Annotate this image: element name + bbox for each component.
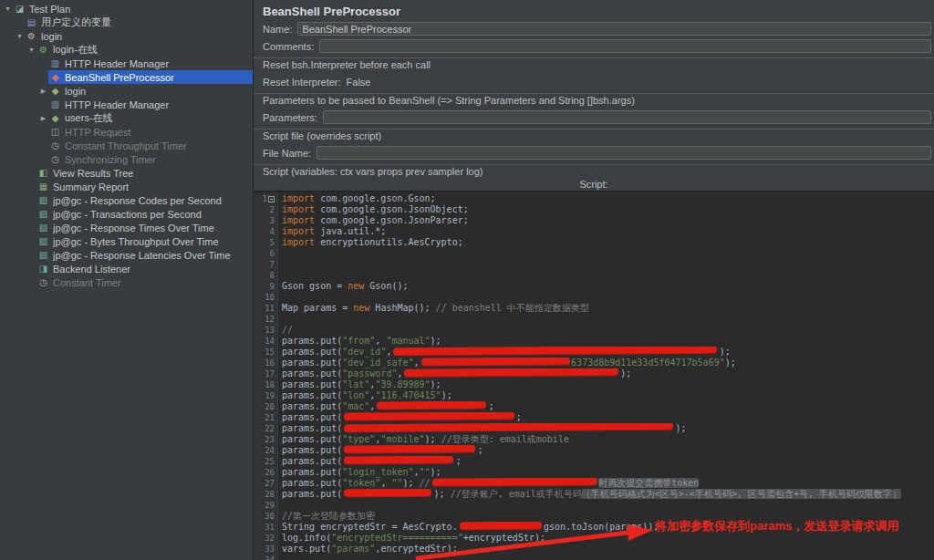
sampler-icon bbox=[49, 112, 61, 124]
code-token: 时再次提交需携带token bbox=[598, 478, 699, 488]
tree-item-main[interactable]: HTTP Request bbox=[48, 125, 253, 139]
script-label: Script: bbox=[254, 179, 934, 189]
tree-item[interactable]: ▼Test Plan bbox=[0, 2, 253, 16]
http-request-icon bbox=[49, 126, 61, 138]
code-token: "password" bbox=[342, 368, 397, 379]
code-line: 17params.put("password",); bbox=[254, 368, 934, 379]
tree-item-main[interactable]: users-在线 bbox=[48, 111, 253, 125]
collapse-arrow-icon[interactable]: ▼ bbox=[3, 5, 13, 12]
tree-item[interactable]: jp@gc - Transactions per Second bbox=[0, 207, 253, 221]
code-line: 18params.put("lat","39.89989"); bbox=[254, 379, 934, 390]
tree-item[interactable]: ▼login bbox=[0, 29, 253, 43]
tree-item-main[interactable]: Backend Listener bbox=[36, 262, 253, 275]
tree-item-main[interactable]: Constant Throughput Timer bbox=[48, 139, 253, 152]
tree-item[interactable]: Constant Throughput Timer bbox=[0, 139, 253, 152]
tree-item-main[interactable]: jp@gc - Response Times Over Time bbox=[36, 221, 253, 234]
tree-item[interactable]: 用户定义的变量 bbox=[0, 16, 253, 29]
tree-item[interactable]: jp@gc - Response Codes per Second bbox=[0, 193, 253, 207]
code-token: Gson gson = bbox=[282, 281, 348, 291]
tree-item[interactable]: HTTP Header Manager bbox=[0, 57, 253, 70]
tree-item-label: View Results Tree bbox=[53, 168, 133, 179]
code-line: 15params.put("dev_id",); bbox=[254, 347, 934, 358]
collapse-arrow-icon[interactable]: ▼ bbox=[15, 33, 25, 39]
tree-item[interactable]: Backend Listener bbox=[0, 262, 253, 275]
tree-item[interactable]: jp@gc - Response Times Over Time bbox=[0, 221, 253, 234]
tree-item-main[interactable]: HTTP Header Manager bbox=[48, 98, 253, 111]
tree-item-main[interactable]: login bbox=[25, 29, 253, 43]
code-token: new bbox=[348, 281, 364, 291]
tree-item-main[interactable]: jp@gc - Bytes Throughput Over Time bbox=[36, 234, 253, 248]
code-token: HashMap(); bbox=[369, 303, 435, 313]
fold-marker-icon[interactable] bbox=[268, 196, 275, 202]
code-token: （手机号码格式为<区号>-<手机号码>, 区号需包含+号, 手机号码仅限数字） bbox=[582, 489, 901, 499]
code-token: , bbox=[414, 358, 420, 368]
tree-item-main[interactable]: jp@gc - Response Latencies Over Time bbox=[36, 248, 253, 262]
code-token: gson.toJson(params)); bbox=[544, 522, 659, 532]
tree-item[interactable]: ▶login bbox=[0, 84, 253, 98]
line-number: 19 bbox=[265, 390, 275, 401]
tree-item-main[interactable]: BeanShell PreProcessor bbox=[48, 70, 253, 84]
tree-item-main[interactable]: View Results Tree bbox=[36, 166, 253, 180]
parameters-input[interactable] bbox=[323, 110, 931, 124]
script-editor[interactable]: 1import com.google.gson.Gson;2import com… bbox=[254, 191, 934, 560]
line-gutter: 27 bbox=[254, 478, 278, 489]
collapse-arrow-icon[interactable]: ▼ bbox=[26, 47, 36, 53]
line-gutter: 4 bbox=[254, 226, 278, 237]
parameters-row: Parameters: bbox=[263, 110, 931, 124]
tree-item-main[interactable]: jp@gc - Response Codes per Second bbox=[36, 193, 253, 207]
tree-item[interactable]: View Results Tree bbox=[0, 166, 253, 180]
tree-item-main[interactable]: HTTP Header Manager bbox=[48, 57, 253, 70]
code-token: "mobile" bbox=[380, 434, 424, 444]
line-number: 3 bbox=[270, 215, 275, 226]
line-number: 30 bbox=[265, 511, 275, 522]
code-line: 3import com.google.gson.JsonParser; bbox=[254, 215, 934, 226]
tree-item-label: BeanShell PreProcessor bbox=[65, 72, 174, 83]
tree-item-main[interactable]: Summary Report bbox=[36, 180, 253, 193]
tree-item-main[interactable]: Synchronizing Timer bbox=[48, 152, 253, 166]
tree-item[interactable]: HTTP Request bbox=[0, 125, 253, 139]
graph-icon bbox=[37, 249, 49, 261]
line-gutter: 14 bbox=[254, 336, 278, 347]
tree-item-main[interactable]: login bbox=[48, 84, 253, 98]
code-line: 32log.info("encryptedStr=========="+encr… bbox=[254, 533, 934, 544]
code-token: // bbox=[282, 325, 293, 335]
expand-arrow-icon[interactable]: ▶ bbox=[38, 115, 48, 122]
code-line: 10 bbox=[254, 292, 934, 303]
comments-input[interactable] bbox=[319, 39, 931, 53]
tree-item[interactable]: Synchronizing Timer bbox=[0, 152, 253, 166]
line-gutter: 10 bbox=[254, 292, 278, 303]
tree-item[interactable]: jp@gc - Bytes Throughput Over Time bbox=[0, 234, 253, 248]
tree-item-main[interactable]: Constant Timer bbox=[36, 275, 253, 289]
file-name-input[interactable] bbox=[317, 146, 931, 160]
line-gutter: 15 bbox=[254, 347, 278, 358]
redaction-scribble bbox=[344, 445, 475, 453]
script-file-section-title: Script file (overrides script) bbox=[263, 130, 934, 142]
code-token: "116.470415" bbox=[375, 390, 441, 400]
name-input[interactable] bbox=[297, 22, 931, 36]
tree-item[interactable]: BeanShell PreProcessor bbox=[0, 70, 253, 84]
tree-item[interactable]: Summary Report bbox=[0, 180, 253, 193]
tree-item[interactable]: ▶users-在线 bbox=[0, 111, 253, 125]
code-token: import bbox=[282, 226, 315, 236]
code-token: +encryptedStr); bbox=[463, 533, 545, 543]
tree-item[interactable]: jp@gc - Response Latencies Over Time bbox=[0, 248, 253, 262]
line-number: 9 bbox=[270, 281, 275, 292]
code-token: "dev_id_safe" bbox=[342, 358, 413, 368]
tree-item-main[interactable]: jp@gc - Transactions per Second bbox=[36, 207, 253, 221]
header-manager-icon bbox=[49, 99, 61, 110]
tree-item[interactable]: ▼login-在线 bbox=[0, 43, 253, 57]
code-token: "lat" bbox=[342, 379, 369, 389]
tree-item[interactable]: HTTP Header Manager bbox=[0, 98, 253, 111]
test-plan-tree[interactable]: ▼Test Plan用户定义的变量▼login▼login-在线HTTP Hea… bbox=[0, 0, 254, 560]
expand-arrow-icon[interactable]: ▶ bbox=[38, 88, 48, 95]
code-token: ); bbox=[431, 467, 441, 477]
code-line-text: Gson gson = new Gson(); bbox=[278, 281, 934, 292]
reset-interpreter-value[interactable]: False bbox=[347, 77, 371, 88]
test-plan-icon bbox=[14, 3, 26, 15]
tree-item[interactable]: Constant Timer bbox=[0, 275, 253, 289]
code-line-text bbox=[278, 500, 934, 511]
tree-item-main[interactable]: login-在线 bbox=[36, 43, 253, 57]
code-line-text: params.put("mac",; bbox=[278, 401, 934, 412]
tree-item-main[interactable]: Test Plan bbox=[13, 2, 253, 16]
tree-item-main[interactable]: 用户定义的变量 bbox=[25, 16, 253, 29]
